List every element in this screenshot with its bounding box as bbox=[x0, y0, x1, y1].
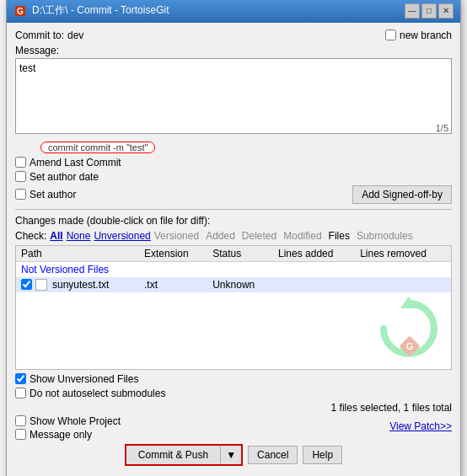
message-container: test 1/5 commit commit -m "test" bbox=[15, 58, 452, 153]
set-author-checkbox[interactable] bbox=[15, 189, 26, 200]
message-label: Message: bbox=[15, 45, 452, 56]
commit-to-section: Commit to: dev bbox=[15, 29, 368, 41]
bottom-options: Show Unversioned Files Do not autoselect… bbox=[15, 373, 452, 399]
app-icon: G bbox=[13, 4, 27, 18]
new-branch-section: new branch bbox=[385, 29, 452, 41]
col-status: Status bbox=[207, 246, 273, 262]
add-signed-off-button[interactable]: Add Signed-off-by bbox=[352, 185, 452, 204]
file-checkbox[interactable] bbox=[21, 279, 32, 290]
filter-none[interactable]: None bbox=[67, 230, 91, 242]
title-buttons: — □ ✕ bbox=[405, 3, 454, 19]
show-unversioned-label[interactable]: Show Unversioned Files bbox=[15, 373, 138, 385]
amend-row: Amend Last Commit bbox=[15, 157, 452, 168]
group-label: Not Versioned Files bbox=[16, 261, 451, 277]
no-autoselect-label[interactable]: Do not autoselect submodules bbox=[15, 388, 165, 399]
no-autoselect-text: Do not autoselect submodules bbox=[30, 388, 165, 399]
show-whole-project-checkbox[interactable] bbox=[15, 415, 26, 426]
show-whole-project-text: Show Whole Project bbox=[30, 415, 121, 427]
extra-checkboxes: Show Whole Project Message only bbox=[15, 415, 121, 441]
svg-rect-3 bbox=[399, 335, 420, 356]
no-autoselect-checkbox[interactable] bbox=[15, 388, 26, 398]
amend-label[interactable]: Amend Last Commit bbox=[15, 157, 121, 168]
amend-text: Amend Last Commit bbox=[30, 157, 121, 168]
file-table-container: Path Extension Status Lines added Lines … bbox=[15, 245, 452, 370]
show-whole-project-label[interactable]: Show Whole Project bbox=[15, 415, 121, 427]
tortoise-logo: G bbox=[375, 295, 443, 362]
status-row: 1 files selected, 1 files total bbox=[15, 402, 452, 414]
show-unversioned-text: Show Unversioned Files bbox=[30, 373, 138, 385]
divider bbox=[15, 209, 452, 210]
set-author-date-checkbox[interactable] bbox=[15, 171, 26, 182]
file-table: Path Extension Status Lines added Lines … bbox=[16, 246, 451, 292]
bottom-buttons: Commit & Push ▼ Cancel Help bbox=[15, 444, 452, 471]
file-group-not-versioned: Not Versioned Files bbox=[16, 261, 451, 277]
filter-added[interactable]: Added bbox=[206, 230, 235, 242]
set-author-label[interactable]: Set author bbox=[15, 189, 76, 201]
filter-modified[interactable]: Modified bbox=[283, 230, 321, 242]
commit-push-wrapper: Commit & Push ▼ bbox=[125, 444, 243, 466]
status-text: 1 files selected, 1 files total bbox=[331, 402, 452, 414]
view-patch-link[interactable]: View Patch>> bbox=[389, 420, 452, 432]
message-only-label[interactable]: Message only bbox=[15, 429, 121, 441]
set-author-row: Set author Add Signed-off-by bbox=[15, 185, 452, 204]
main-window: G D:\工作\ - Commit - TortoiseGit — □ ✕ Co… bbox=[6, 0, 461, 476]
filter-files[interactable]: Files bbox=[329, 230, 350, 242]
col-path: Path bbox=[16, 246, 139, 262]
no-autoselect-row: Do not autoselect submodules bbox=[15, 388, 452, 399]
svg-text:G: G bbox=[17, 7, 24, 16]
commit-to-value: dev bbox=[67, 29, 83, 41]
file-table-inner: Path Extension Status Lines added Lines … bbox=[16, 246, 451, 292]
bottom-extra-row: Show Whole Project Message only View Pat… bbox=[15, 415, 452, 441]
check-label: Check: bbox=[15, 230, 46, 242]
commit-push-dropdown-button[interactable]: ▼ bbox=[221, 446, 241, 464]
file-path: sunyutest.txt bbox=[52, 279, 109, 291]
file-icon bbox=[35, 279, 47, 291]
filter-deleted[interactable]: Deleted bbox=[242, 230, 276, 242]
commit-push-button[interactable]: Commit & Push bbox=[126, 446, 221, 464]
show-unversioned-row: Show Unversioned Files bbox=[15, 373, 452, 385]
changes-label: Changes made (double-click on file for d… bbox=[15, 215, 452, 227]
maximize-button[interactable]: □ bbox=[421, 3, 437, 19]
message-wrapper: test 1/5 bbox=[15, 58, 452, 136]
message-only-checkbox[interactable] bbox=[15, 429, 26, 440]
new-branch-text: new branch bbox=[400, 29, 452, 41]
help-button[interactable]: Help bbox=[303, 446, 342, 464]
filter-unversioned[interactable]: Unversioned bbox=[94, 230, 150, 242]
message-only-text: Message only bbox=[30, 429, 92, 441]
title-bar: G D:\工作\ - Commit - TortoiseGit — □ ✕ bbox=[7, 0, 460, 23]
set-author-date-row: Set author date bbox=[15, 171, 452, 183]
message-hint-row: commit commit -m "test" bbox=[15, 140, 452, 153]
set-author-text: Set author bbox=[30, 189, 76, 201]
filter-versioned[interactable]: Versioned bbox=[154, 230, 199, 242]
col-extension: Extension bbox=[139, 246, 207, 262]
new-branch-label[interactable]: new branch bbox=[385, 29, 452, 41]
file-lines-added bbox=[273, 277, 355, 292]
message-counter: 1/5 bbox=[436, 123, 448, 133]
filter-submodules[interactable]: Submodules bbox=[357, 230, 413, 242]
file-status: Unknown bbox=[207, 277, 273, 292]
message-hint: commit commit -m "test" bbox=[40, 142, 155, 153]
new-branch-checkbox[interactable] bbox=[385, 29, 396, 40]
svg-marker-2 bbox=[400, 297, 417, 308]
close-button[interactable]: ✕ bbox=[438, 3, 454, 19]
file-lines-removed bbox=[355, 277, 451, 292]
col-lines-removed: Lines removed bbox=[355, 246, 451, 262]
commit-to-label: Commit to: bbox=[15, 29, 64, 41]
message-input[interactable]: test bbox=[15, 58, 452, 134]
cancel-button[interactable]: Cancel bbox=[248, 446, 298, 464]
window-title: D:\工作\ - Commit - TortoiseGit bbox=[32, 3, 169, 18]
check-filter-row: Check: All None Unversioned Versioned Ad… bbox=[15, 230, 452, 242]
table-row[interactable]: sunyutest.txt .txt Unknown bbox=[16, 277, 451, 292]
title-bar-left: G D:\工作\ - Commit - TortoiseGit bbox=[13, 3, 169, 18]
minimize-button[interactable]: — bbox=[405, 3, 420, 19]
watermark: G bbox=[375, 295, 443, 365]
set-author-date-text: Set author date bbox=[30, 171, 99, 183]
amend-checkbox[interactable] bbox=[15, 157, 26, 168]
window-content: Commit to: dev new branch Message: test … bbox=[7, 23, 460, 477]
col-lines-added: Lines added bbox=[273, 246, 355, 262]
set-author-date-label[interactable]: Set author date bbox=[15, 171, 99, 183]
show-unversioned-checkbox[interactable] bbox=[15, 373, 26, 384]
filter-all[interactable]: All bbox=[50, 230, 62, 242]
file-checkbox-label[interactable]: sunyutest.txt bbox=[21, 279, 134, 291]
commit-to-row: Commit to: dev new branch bbox=[15, 29, 452, 41]
